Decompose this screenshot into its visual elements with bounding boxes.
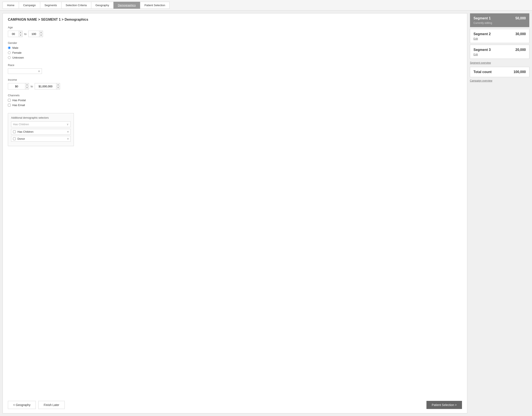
total-count-label: Total count	[474, 70, 492, 74]
segment-2-name: Segment 2	[474, 32, 491, 36]
gender-female-label: Female	[12, 51, 21, 54]
income-from-spinner[interactable]: ▲ ▼	[8, 83, 29, 89]
segment-2-card: Segment 2 30,000 Edit	[470, 29, 530, 43]
tag-has-children-left: Has Children	[13, 130, 33, 133]
footer-buttons: < Geography Finish Later Patient Selecti…	[8, 397, 462, 409]
race-label: Race	[8, 63, 462, 67]
segment-1-subtitle: Currently editing	[470, 21, 529, 27]
nav-item-selection-criteria[interactable]: Selection Criteria	[61, 2, 91, 9]
tag-has-children: Has Children ×	[11, 129, 71, 135]
age-from-buttons: ▲ ▼	[19, 31, 22, 37]
tag-donor-left: Donor	[13, 137, 25, 140]
additional-selectors-chevron-icon: ∨	[66, 123, 69, 126]
channel-postal-option[interactable]: Has Postal	[8, 99, 462, 102]
channels-label: Channels	[8, 94, 462, 97]
age-range: ▲ ▼ to ▲ ▼	[8, 31, 462, 37]
income-label: Income	[8, 78, 462, 81]
age-to-input[interactable]	[28, 31, 39, 36]
race-dropdown[interactable]: ∨	[8, 68, 42, 74]
age-to-buttons: ▲ ▼	[39, 31, 43, 37]
income-to-up-btn[interactable]: ▲	[57, 83, 60, 86]
breadcrumb: CAMPAIGN NAME > SEGMENT 1 > Demographics	[8, 18, 462, 21]
back-geography-button[interactable]: < Geography	[8, 401, 36, 409]
tag-has-children-close-icon[interactable]: ×	[67, 130, 69, 133]
channel-postal-label: Has Postal	[12, 99, 26, 102]
age-section: Age ▲ ▼ to ▲ ▼	[8, 26, 462, 37]
footer-left-buttons: < Geography Finish Later	[8, 401, 65, 409]
tag-donor: Donor ×	[11, 136, 71, 142]
gender-unknown-label: Unknown	[12, 56, 24, 59]
next-patient-selection-button[interactable]: Patient Selection >	[427, 401, 462, 409]
income-to-spinner[interactable]: ▲ ▼	[35, 83, 60, 89]
segment-1-name: Segment 1	[474, 16, 491, 20]
gender-section: Gender Male Female Unknown	[8, 41, 462, 59]
gender-male-label: Male	[12, 46, 18, 50]
income-from-up-btn[interactable]: ▲	[25, 83, 29, 86]
tag-donor-close-icon[interactable]: ×	[67, 137, 69, 140]
segment-overview-link[interactable]: Segment overview	[470, 60, 530, 65]
segment-3-row: Segment 3 20,000	[470, 45, 529, 53]
income-to-buttons: ▲ ▼	[56, 83, 60, 89]
income-from-down-btn[interactable]: ▼	[25, 86, 29, 89]
gender-unknown-radio[interactable]	[8, 56, 11, 59]
channel-email-option[interactable]: Has Email	[8, 104, 462, 107]
age-to-up-btn[interactable]: ▲	[39, 31, 43, 34]
gender-radio-group: Male Female Unknown	[8, 46, 462, 59]
total-count-value: 100,000	[513, 70, 526, 74]
nav-bar: HomeCampaignSegmentsSelection CriteriaGe…	[0, 0, 532, 11]
segment-3-edit-link[interactable]: Edit	[470, 53, 529, 59]
age-from-spinner[interactable]: ▲ ▼	[8, 31, 23, 37]
total-card: Total count 100,000	[470, 67, 530, 77]
nav-item-geography[interactable]: Geography	[91, 2, 114, 9]
additional-selectors-title: Additional demographic selectors	[11, 116, 71, 119]
nav-item-demographics[interactable]: Demographics	[114, 2, 140, 9]
gender-female-radio[interactable]	[8, 51, 11, 54]
nav-item-campaign[interactable]: Campaign	[19, 2, 40, 9]
tag-has-children-checkbox[interactable]	[13, 130, 16, 133]
income-to-down-btn[interactable]: ▼	[57, 86, 60, 89]
income-section: Income ▲ ▼ to ▲ ▼	[8, 78, 462, 89]
channels-section: Channels Has Postal Has Email	[8, 94, 462, 107]
nav-item-segments[interactable]: Segments	[40, 2, 61, 9]
age-label: Age	[8, 26, 462, 29]
income-to-input[interactable]	[35, 84, 56, 89]
age-to-spinner[interactable]: ▲ ▼	[28, 31, 43, 37]
race-section: Race ∨	[8, 63, 462, 74]
channels-checkbox-group: Has Postal Has Email	[8, 99, 462, 107]
channel-email-checkbox[interactable]	[8, 104, 11, 107]
segment-2-count: 30,000	[515, 32, 526, 36]
income-from-buttons: ▲ ▼	[25, 83, 29, 89]
campaign-overview-link[interactable]: Campaign overview	[470, 79, 530, 83]
sidebar: Segment 1 50,000 Currently editing Segme…	[470, 13, 530, 414]
segment-2-edit-link[interactable]: Edit	[470, 37, 529, 43]
income-from-input[interactable]	[8, 84, 25, 89]
main-layout: CAMPAIGN NAME > SEGMENT 1 > Demographics…	[0, 11, 532, 416]
age-to-label: to	[24, 32, 27, 36]
tag-donor-checkbox[interactable]	[13, 137, 16, 140]
gender-male-option[interactable]: Male	[8, 46, 462, 50]
age-to-down-btn[interactable]: ▼	[39, 34, 43, 37]
tag-has-children-label: Has Children	[18, 130, 33, 133]
gender-label: Gender	[8, 41, 462, 45]
gender-male-radio[interactable]	[8, 46, 11, 49]
age-from-up-btn[interactable]: ▲	[19, 31, 22, 34]
segment-3-count: 20,000	[515, 48, 526, 52]
additional-selectors-box: Additional demographic selectors Has Chi…	[8, 113, 74, 146]
segment-1-count: 50,000	[515, 16, 526, 20]
finish-later-button[interactable]: Finish Later	[38, 401, 65, 409]
age-from-input[interactable]	[8, 31, 19, 36]
additional-selectors-placeholder: Has Children	[13, 123, 29, 126]
income-range: ▲ ▼ to ▲ ▼	[8, 83, 462, 89]
additional-selectors-dropdown[interactable]: Has Children ∨	[11, 121, 71, 127]
nav-item-patient-selection[interactable]: Patient Selection	[140, 2, 170, 9]
tag-donor-label: Donor	[18, 137, 25, 140]
segment-3-name: Segment 3	[474, 48, 491, 52]
income-to-label: to	[31, 85, 33, 88]
segment-1-card: Segment 1 50,000 Currently editing	[470, 13, 530, 27]
gender-unknown-option[interactable]: Unknown	[8, 56, 462, 59]
nav-item-home[interactable]: Home	[2, 2, 19, 9]
age-from-down-btn[interactable]: ▼	[19, 34, 22, 37]
channel-email-label: Has Email	[12, 104, 25, 107]
channel-postal-checkbox[interactable]	[8, 99, 11, 102]
gender-female-option[interactable]: Female	[8, 51, 462, 54]
